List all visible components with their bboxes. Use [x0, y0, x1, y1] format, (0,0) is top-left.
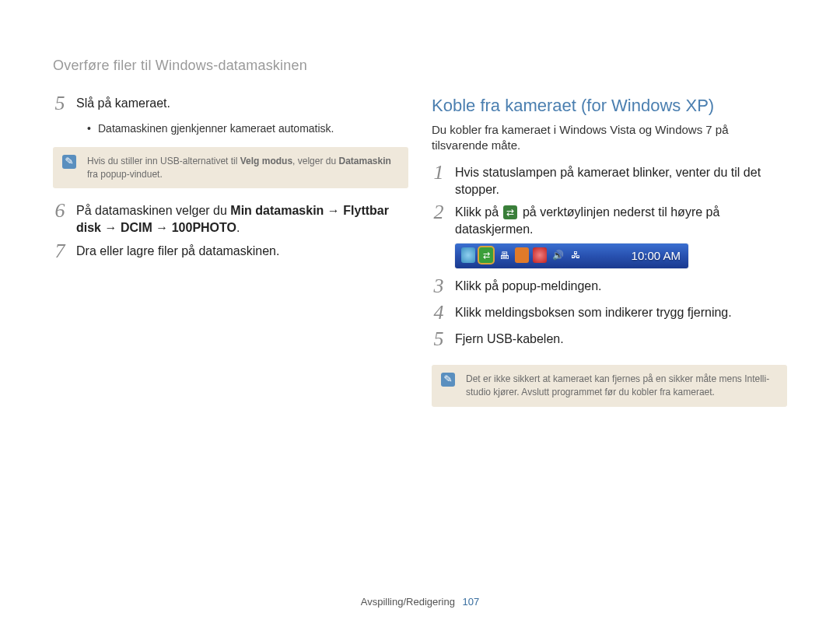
- page-number: 107: [463, 596, 480, 608]
- tray-globe-icon: [461, 247, 475, 263]
- section-title: Overføre filer til Windows-datamaskinen: [53, 58, 307, 74]
- step-5-bullets: Datamaskinen gjenkjenner kameraet automa…: [87, 121, 408, 136]
- step-number: 5: [53, 93, 67, 114]
- step-number: 4: [432, 303, 446, 323]
- tray-audio-icon: [551, 247, 565, 263]
- left-column: 5 Slå på kameraet. Datamaskinen gjenkjen…: [53, 95, 408, 421]
- step-text: Klikk på på verktøylinjen nederst til hø…: [455, 204, 787, 237]
- step-number: 1: [432, 163, 446, 183]
- footer-label: Avspilling/Redigering: [361, 596, 455, 608]
- step-text: Klikk meldingsboksen som indikerer trygg…: [455, 304, 732, 321]
- note-text: Hvis du stiller inn USB-alternativet til…: [87, 156, 391, 180]
- step-number: 6: [53, 201, 67, 221]
- safely-remove-icon: [503, 205, 517, 219]
- step-number: 2: [432, 202, 446, 222]
- tray-clock: 10:00 AM: [632, 243, 681, 268]
- step-number: 5: [432, 329, 446, 349]
- step-text: På datamaskinen velger du Min datamaskin…: [76, 202, 408, 236]
- step-7: 7 Dra eller lagre filer på datamaskinen.: [53, 243, 408, 263]
- step-text: Fjern USB-kabelen.: [455, 331, 564, 348]
- right-subtitle: Du kobler fra kameraet i Windows Vista o…: [432, 122, 787, 154]
- tray-red-icon: [533, 247, 547, 263]
- right-title: Koble fra kameraet (for Windows XP): [432, 95, 787, 117]
- note-box-2: Det er ikke sikkert at kameraet kan fjer…: [432, 365, 787, 407]
- step-text: Slå på kameraet.: [76, 95, 170, 112]
- note-box-1: Hvis du stiller inn USB-alternativet til…: [53, 147, 408, 189]
- note-text: Det er ikke sikkert at kameraet kan fjer…: [466, 373, 769, 398]
- step-text: Klikk på popup-meldingen.: [455, 278, 602, 295]
- r-step-4: 4 Klikk meldingsboksen som indikerer try…: [432, 304, 787, 324]
- r-step-5: 5 Fjern USB-kabelen.: [432, 331, 787, 351]
- page-footer: Avspilling/Redigering 107: [0, 596, 840, 608]
- step-number: 7: [53, 241, 67, 261]
- note-icon: [62, 155, 76, 169]
- note-icon: [441, 373, 455, 387]
- tray-safely-remove-icon: [479, 247, 493, 263]
- step-5: 5 Slå på kameraet.: [53, 95, 408, 115]
- r-step-3: 3 Klikk på popup-meldingen.: [432, 278, 787, 298]
- step-number: 3: [432, 276, 446, 296]
- r-step-1: 1 Hvis statuslampen på kameraet blinker,…: [432, 164, 787, 198]
- tray-network-icon: [569, 247, 583, 263]
- tray-printer-icon: [497, 247, 511, 263]
- step-text: Hvis statuslampen på kameraet blinker, v…: [455, 164, 787, 198]
- tray-orange-icon: [515, 247, 529, 263]
- step-text: Dra eller lagre filer på datamaskinen.: [76, 243, 279, 260]
- bullet-item: Datamaskinen gjenkjenner kameraet automa…: [87, 121, 408, 136]
- right-column: Koble fra kameraet (for Windows XP) Du k…: [432, 95, 787, 421]
- r-step-2: 2 Klikk på på verktøylinjen nederst til …: [432, 204, 787, 237]
- system-tray-image: 10:00 AM: [455, 243, 688, 268]
- step-6: 6 På datamaskinen velger du Min datamask…: [53, 202, 408, 236]
